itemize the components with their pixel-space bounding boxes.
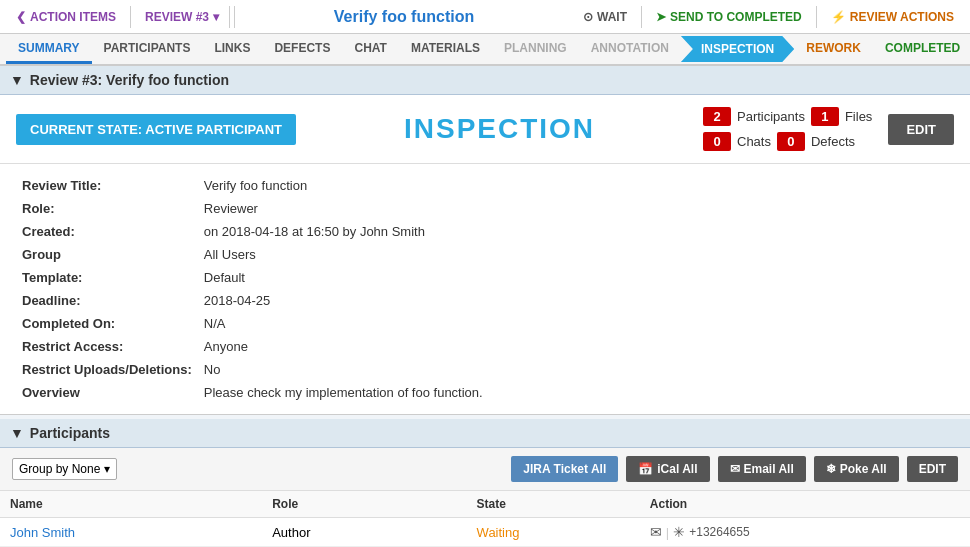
- star-action-icon[interactable]: ✳: [673, 524, 685, 540]
- inspection-title: INSPECTION: [312, 113, 687, 145]
- poke-all-button[interactable]: ❄ Poke All: [814, 456, 899, 482]
- review-actions-label: REVIEW ACTIONS: [850, 10, 954, 24]
- completed-on-label: Completed On:: [16, 312, 198, 335]
- defects-count-badge: 0: [777, 132, 805, 151]
- inspection-header: CURRENT STATE: ACTIVE PARTICIPANT INSPEC…: [0, 95, 970, 164]
- participants-edit-button[interactable]: EDIT: [907, 456, 958, 482]
- restrict-access-value: Anyone: [198, 335, 954, 358]
- info-row-restrict-uploads: Restrict Uploads/Deletions: No: [16, 358, 954, 381]
- calendar-icon: 📅: [638, 462, 653, 476]
- deadline-value: 2018-04-25: [198, 289, 954, 312]
- email-icon: ✉: [730, 462, 740, 476]
- participant-state: Waiting: [467, 518, 640, 547]
- wait-label: WAIT: [597, 10, 627, 24]
- info-row-template: Template: Default: [16, 266, 954, 289]
- participants-section-title: Participants: [30, 425, 110, 441]
- triangle-down-icon: [10, 72, 24, 88]
- tab-chat[interactable]: CHAT: [342, 35, 398, 64]
- review-actions-button[interactable]: REVIEW ACTIONS: [821, 6, 964, 28]
- review-label: REVIEW #3: [145, 10, 209, 24]
- state-badge: CURRENT STATE: ACTIVE PARTICIPANT: [16, 114, 296, 145]
- info-row-group: Group All Users: [16, 243, 954, 266]
- ical-all-button[interactable]: 📅 iCal All: [626, 456, 709, 482]
- chevron-down-icon-2: [104, 462, 110, 476]
- group-by-label: Group by None: [19, 462, 100, 476]
- info-row-role: Role: Reviewer: [16, 197, 954, 220]
- arrow-right-icon: [656, 10, 666, 24]
- divider: [130, 6, 131, 28]
- info-row-title: Review Title: Verify foo function: [16, 174, 954, 197]
- stats-group: 2 Participants 1 Files 0 Chats 0 Defects: [703, 107, 872, 151]
- overview-label: Overview: [16, 381, 198, 404]
- created-label: Created:: [16, 220, 198, 243]
- title-value: Verify foo function: [198, 174, 954, 197]
- tab-completed[interactable]: COMPLETED: [873, 35, 970, 64]
- restrict-uploads-value: No: [198, 358, 954, 381]
- title-label: Review Title:: [16, 174, 198, 197]
- tab-summary[interactable]: SUMMARY: [6, 35, 92, 64]
- defects-label: Defects: [811, 134, 855, 149]
- participants-toolbar: Group by None JIRA Ticket All 📅 iCal All…: [0, 448, 970, 491]
- info-row-restrict-access: Restrict Access: Anyone: [16, 335, 954, 358]
- email-label: Email All: [744, 462, 794, 476]
- stats-row-top: 2 Participants 1 Files: [703, 107, 872, 126]
- tab-participants[interactable]: PARTICIPANTS: [92, 35, 203, 64]
- tab-inspection[interactable]: INSPECTION: [681, 36, 794, 62]
- divider4: [816, 6, 817, 28]
- triangle-down-icon-2: [10, 425, 24, 441]
- participant-name: John Smith: [0, 518, 262, 547]
- group-label: Group: [16, 243, 198, 266]
- tab-annotation[interactable]: ANNOTATION: [579, 35, 681, 64]
- section-header: Review #3: Verify foo function: [0, 66, 970, 95]
- page-title: Verify foo function: [239, 8, 569, 26]
- action-items-label: ACTION ITEMS: [30, 10, 116, 24]
- poke-label: Poke All: [840, 462, 887, 476]
- role-value: Reviewer: [198, 197, 954, 220]
- top-nav: ACTION ITEMS REVIEW #3 Verify foo functi…: [0, 0, 970, 34]
- divider2: [234, 6, 235, 28]
- participant-name-link[interactable]: John Smith: [10, 525, 75, 540]
- participant-action: ✉ | ✳ +13264655: [640, 518, 970, 547]
- email-action-icon[interactable]: ✉: [650, 524, 662, 540]
- tab-materials[interactable]: MATERIALS: [399, 35, 492, 64]
- col-state-header: State: [467, 491, 640, 518]
- info-row-created: Created: on 2018-04-18 at 16:50 by John …: [16, 220, 954, 243]
- group-value: All Users: [198, 243, 954, 266]
- participant-row: John Smith Author Waiting ✉ | ✳ +1326465…: [0, 518, 970, 547]
- review-info-table: Review Title: Verify foo function Role: …: [16, 174, 954, 404]
- participants-section: Participants Group by None JIRA Ticket A…: [0, 419, 970, 547]
- send-to-completed-button[interactable]: SEND TO COMPLETED: [646, 6, 812, 28]
- chats-label: Chats: [737, 134, 771, 149]
- tab-links[interactable]: LINKS: [202, 35, 262, 64]
- files-count-badge: 1: [811, 107, 839, 126]
- overview-value: Please check my implementation of foo fu…: [198, 381, 954, 404]
- participants-table-header: Name Role State Action: [0, 491, 970, 518]
- poke-icon: ❄: [826, 462, 836, 476]
- divider3: [641, 6, 642, 28]
- chats-count-badge: 0: [703, 132, 731, 151]
- col-role-header: Role: [262, 491, 466, 518]
- tab-bar: SUMMARY PARTICIPANTS LINKS DEFECTS CHAT …: [0, 34, 970, 66]
- completed-on-value: N/A: [198, 312, 954, 335]
- arrow-left-icon: [16, 10, 26, 24]
- tab-planning[interactable]: PLANNING: [492, 35, 579, 64]
- restrict-uploads-label: Restrict Uploads/Deletions:: [16, 358, 198, 381]
- main-content: Review #3: Verify foo function CURRENT S…: [0, 66, 970, 547]
- edit-review-button[interactable]: EDIT: [888, 114, 954, 145]
- lightning-icon: [831, 10, 846, 24]
- section-title: Review #3: Verify foo function: [30, 72, 229, 88]
- tab-rework[interactable]: REWORK: [794, 35, 873, 64]
- action-items-button[interactable]: ACTION ITEMS: [6, 6, 126, 28]
- ical-label: iCal All: [657, 462, 697, 476]
- participant-role: Author: [262, 518, 466, 547]
- wait-button[interactable]: WAIT: [573, 6, 637, 28]
- template-value: Default: [198, 266, 954, 289]
- files-label: Files: [845, 109, 872, 124]
- tab-defects[interactable]: DEFECTS: [262, 35, 342, 64]
- jira-ticket-all-button[interactable]: JIRA Ticket All: [511, 456, 618, 482]
- stats-row-bottom: 0 Chats 0 Defects: [703, 132, 872, 151]
- group-by-select[interactable]: Group by None: [12, 458, 117, 480]
- review-button[interactable]: REVIEW #3: [135, 6, 230, 28]
- deadline-label: Deadline:: [16, 289, 198, 312]
- email-all-button[interactable]: ✉ Email All: [718, 456, 806, 482]
